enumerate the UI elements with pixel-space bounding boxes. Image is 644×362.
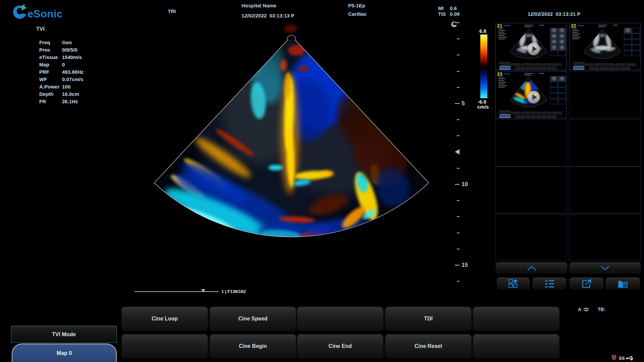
clipboard-empty-cell <box>569 71 641 118</box>
play-icon[interactable] <box>527 43 540 55</box>
param-label: Freq <box>39 40 62 45</box>
thumbnail-logo-text: eSonic <box>504 24 511 26</box>
mi-value: 0.6 <box>450 5 457 11</box>
clipboard-thumbnail-22[interactable]: 22eSonic <box>569 23 641 70</box>
thumbnail-mini-image <box>579 27 626 61</box>
export-button[interactable] <box>569 277 604 290</box>
tis-value: 0.09 <box>450 11 460 17</box>
param-value: 0.07cm/s <box>62 76 83 82</box>
soft-key-cine-begin[interactable]: Cine Begin <box>210 334 296 358</box>
param-value: Gen <box>62 40 72 45</box>
param-row-wf: WF0.07cm/s <box>39 76 113 83</box>
usb-trident-icon <box>626 356 634 360</box>
clipboard-page-up-button[interactable] <box>495 262 568 274</box>
color-bar-unit: cm/s <box>477 104 489 110</box>
trackball-hint-label: TB: <box>598 307 605 312</box>
ruler-minor-tick <box>457 39 460 39</box>
soft-key-empty[interactable] <box>121 334 208 358</box>
param-value: 100 <box>62 84 70 89</box>
thumbnail-mini-map-button <box>499 66 511 70</box>
ruler-major-tick <box>455 265 460 265</box>
ruler-minor-tick <box>457 119 460 120</box>
soft-key-label: Cine End <box>328 343 352 349</box>
soft-key-empty[interactable] <box>297 307 383 331</box>
clipboard-page-down-button[interactable] <box>569 262 641 274</box>
ruler-minor-tick <box>457 168 460 169</box>
thumbnail-mini-map-button <box>573 66 584 70</box>
soft-key-empty[interactable] <box>473 307 559 331</box>
folder-delete-icon <box>618 279 628 288</box>
param-label: WF <box>39 76 62 82</box>
soft-key-cine-loop[interactable]: Cine Loop <box>121 307 208 331</box>
soft-key-tdi[interactable]: TDI <box>385 307 472 331</box>
param-value: 493.80Hz <box>62 69 84 75</box>
tis-label: TIS <box>438 11 446 17</box>
thumbnail-number: 21 <box>497 23 502 28</box>
usb-ss-label: SS <box>619 356 625 361</box>
probe-name: P5-1Ep <box>348 3 365 8</box>
ruler-minor-tick <box>457 281 460 282</box>
ruler-major-tick <box>455 103 460 104</box>
map-rotary-button[interactable]: Map 0 <box>12 344 117 362</box>
clipboard-thumbnail-23[interactable]: 23eSonic <box>495 71 567 118</box>
chevron-down-icon <box>598 265 612 271</box>
play-icon[interactable] <box>527 91 540 104</box>
param-value: 16.0cm <box>62 91 79 97</box>
clipboard-empty-cell <box>495 214 567 261</box>
param-value: 1540m/s <box>62 54 82 60</box>
thumbnail-layout-button[interactable] <box>496 277 530 290</box>
soft-key-cine-end[interactable]: Cine End <box>297 334 383 358</box>
clipboard-empty-cell <box>495 167 567 214</box>
tvi-mode-button[interactable]: TVI Mode <box>11 326 117 343</box>
param-label: PRF <box>39 69 62 75</box>
ruler-minor-tick <box>457 200 460 201</box>
mode-label: TVI <box>36 26 45 32</box>
soft-key-label: Cine Reset <box>415 343 442 349</box>
thumbnail-mini-map-button <box>499 114 511 118</box>
logo-text: eSonic <box>28 8 63 20</box>
param-label: eTissue <box>39 54 62 60</box>
exam-type: Cardiac <box>348 11 367 17</box>
preset-label: TRI <box>168 8 176 14</box>
ruler-minor-tick <box>457 233 460 233</box>
chinese-input-icon[interactable] <box>584 307 589 312</box>
hospital-name: Hospital Name <box>241 3 276 8</box>
clipboard-thumbnail-21[interactable]: 21eSonic <box>495 23 567 70</box>
clipboard-empty-cell <box>569 214 641 261</box>
cine-scrollbar-marker[interactable] <box>201 289 205 292</box>
delete-file-button[interactable] <box>605 277 640 290</box>
soft-key-cine-reset[interactable]: Cine Reset <box>385 334 472 358</box>
ruler-label-15: 15 <box>462 262 468 268</box>
ruler-minor-tick <box>457 249 460 249</box>
param-value: 0/8/5/0 <box>62 47 77 53</box>
exam-list-button[interactable] <box>532 277 567 290</box>
thumbnail-number: 23 <box>497 71 502 77</box>
app-logo: eSonic <box>12 4 89 21</box>
param-value: 26.1Hz <box>62 99 78 104</box>
soft-key-cine-speed[interactable]: Cine Speed <box>210 307 296 331</box>
param-label: Map <box>39 62 62 67</box>
clipboard-empty-cell <box>569 167 641 214</box>
soft-key-label: TDI <box>424 316 433 322</box>
usb-status: SS <box>619 355 634 361</box>
param-label: A.Power <box>39 84 62 89</box>
soft-key-empty[interactable] <box>473 334 559 358</box>
param-label: Proc <box>39 47 62 53</box>
sector-apex-notch <box>287 35 296 40</box>
tvi-mode-label: TVI Mode <box>52 331 76 338</box>
velocity-color-bar <box>480 35 487 98</box>
checklist-icon <box>544 279 554 288</box>
input-lang-a[interactable]: A <box>578 307 581 312</box>
focus-marker[interactable] <box>455 149 460 155</box>
cine-frame-counter: 1 | F136/162 <box>221 289 246 294</box>
cine-scrollbar[interactable] <box>135 291 219 292</box>
soft-key-label: Cine Begin <box>239 343 267 349</box>
ultrasound-sector-image <box>134 17 443 258</box>
thumbnail-logo-text: eSonic <box>504 73 511 75</box>
soft-key-label: Cine Loop <box>152 316 178 322</box>
thumbnail-mini-image <box>505 27 552 61</box>
param-label: FR <box>39 99 62 104</box>
thumbnail-number: 22 <box>571 23 576 28</box>
mi-label: MI <box>438 5 444 11</box>
clipboard-empty-cell <box>495 119 567 167</box>
